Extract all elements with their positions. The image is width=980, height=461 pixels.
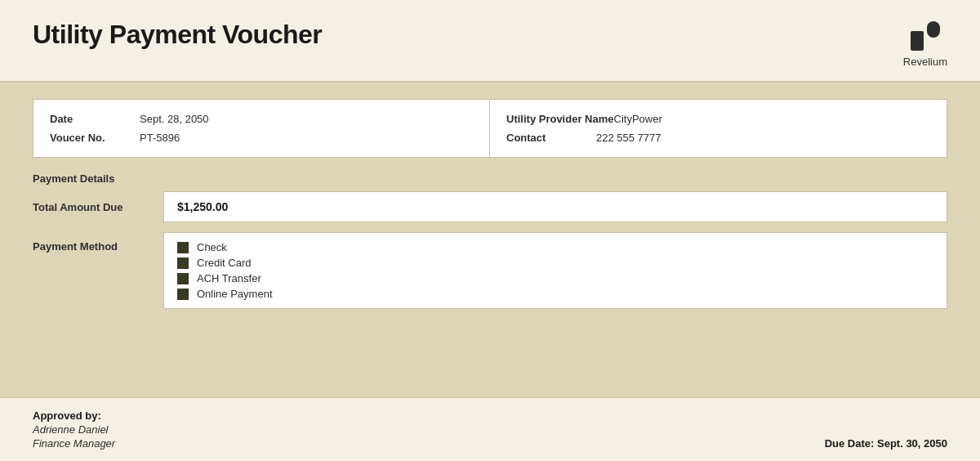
page-header: Utility Payment Voucher Revelium <box>0 0 980 83</box>
amount-row: Total Amount Due $1,250.00 <box>33 191 947 222</box>
revelium-logo-icon <box>909 20 942 52</box>
date-value: Sept. 28, 2050 <box>140 113 209 125</box>
provider-label: Utility Provider Name <box>506 113 614 125</box>
checkbox-icon <box>177 273 189 284</box>
checkbox-icon <box>177 257 189 269</box>
due-date-label: Due Date: <box>825 437 875 450</box>
approved-name: Adrienne Daniel <box>33 423 115 436</box>
method-credit-card: Credit Card <box>197 257 251 269</box>
contact-label: Contact <box>506 132 596 144</box>
contact-row: Contact 222 555 7777 <box>506 132 930 144</box>
due-date: Due Date: Sept. 30, 2050 <box>825 437 947 450</box>
voucher-value: PT-5896 <box>140 132 180 144</box>
approved-by-section: Approved by: Adrienne Daniel Finance Man… <box>33 410 115 450</box>
page-title: Utility Payment Voucher <box>33 20 322 50</box>
contact-value: 222 555 7777 <box>596 132 662 144</box>
logo-name: Revelium <box>903 56 947 68</box>
method-online: Online Payment <box>197 288 273 300</box>
date-row: Date Sept. 28, 2050 <box>50 113 473 125</box>
approved-title: Finance Manager <box>33 437 115 450</box>
checkbox-icon <box>177 242 189 253</box>
info-left: Date Sept. 28, 2050 Voucer No. PT-5896 <box>33 100 490 157</box>
list-item: Credit Card <box>177 257 933 269</box>
svg-rect-0 <box>911 31 924 51</box>
info-grid: Date Sept. 28, 2050 Voucer No. PT-5896 U… <box>33 99 947 158</box>
payment-method-box: Check Credit Card ACH Transfer Online Pa… <box>163 232 947 309</box>
method-ach: ACH Transfer <box>197 272 261 284</box>
info-right: Utility Provider Name CityPower Contact … <box>490 100 947 157</box>
payment-method-row: Payment Method Check Credit Card ACH Tra… <box>33 232 947 309</box>
provider-row: Utility Provider Name CityPower <box>506 113 930 125</box>
checkbox-icon <box>177 289 189 300</box>
method-check: Check <box>197 241 227 253</box>
list-item: ACH Transfer <box>177 272 933 284</box>
payment-method-label: Payment Method <box>33 232 163 253</box>
voucher-label: Voucer No. <box>50 132 140 144</box>
voucher-row: Voucer No. PT-5896 <box>50 132 473 144</box>
provider-value: CityPower <box>614 113 662 125</box>
page-footer: Approved by: Adrienne Daniel Finance Man… <box>0 396 980 461</box>
main-content: Date Sept. 28, 2050 Voucer No. PT-5896 U… <box>0 83 980 396</box>
payment-section-title: Payment Details <box>33 172 947 185</box>
logo-area: Revelium <box>903 20 947 68</box>
list-item: Check <box>177 241 933 253</box>
date-label: Date <box>50 113 140 125</box>
approved-by-label: Approved by: <box>33 410 115 422</box>
list-item: Online Payment <box>177 288 933 300</box>
due-date-value: Sept. 30, 2050 <box>877 437 947 450</box>
amount-label: Total Amount Due <box>33 201 163 213</box>
amount-value: $1,250.00 <box>163 191 947 222</box>
svg-rect-1 <box>927 21 940 38</box>
